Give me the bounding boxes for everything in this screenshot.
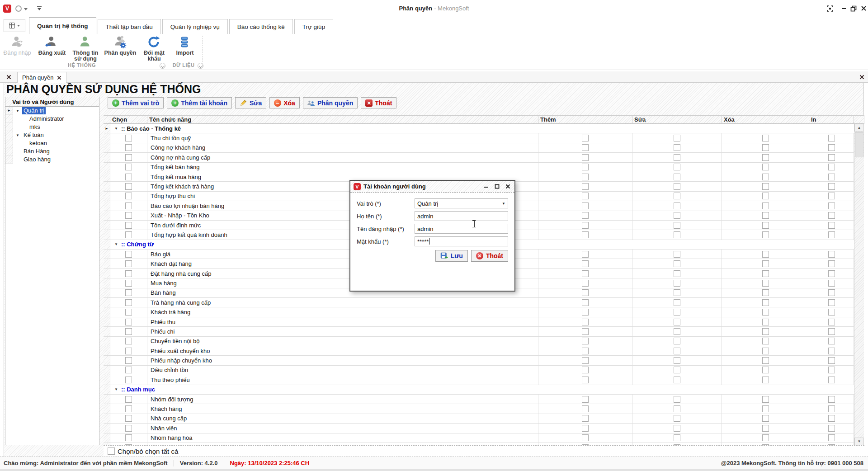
- delete-permission-checkbox[interactable]: [762, 135, 769, 141]
- delete-permission-checkbox[interactable]: [762, 348, 769, 354]
- function-row[interactable]: Tổng kết bán hàng: [104, 163, 854, 172]
- add-permission-checkbox[interactable]: [582, 154, 589, 161]
- ribbon-tab-trợ-giúp[interactable]: Trợ giúp: [294, 19, 333, 34]
- select-checkbox[interactable]: [125, 193, 132, 199]
- edit-permission-checkbox[interactable]: [674, 231, 680, 238]
- họ-tên-input[interactable]: admin: [415, 211, 508, 221]
- print-permission-checkbox[interactable]: [828, 425, 835, 432]
- select-checkbox[interactable]: [125, 357, 132, 364]
- print-permission-checkbox[interactable]: [828, 289, 835, 296]
- delete-permission-checkbox[interactable]: [762, 174, 769, 180]
- edit-permission-checkbox[interactable]: [674, 434, 680, 441]
- delete-permission-checkbox[interactable]: [762, 319, 769, 325]
- function-name-cell[interactable]: Điều chỉnh tồn: [147, 366, 538, 375]
- print-permission-checkbox[interactable]: [828, 174, 835, 180]
- add-permission-checkbox[interactable]: [582, 183, 589, 190]
- vertical-scrollbar[interactable]: ▲ ▼: [854, 124, 864, 445]
- dialog-minimize-icon[interactable]: [483, 184, 490, 190]
- select-checkbox[interactable]: [125, 405, 132, 412]
- delete-permission-checkbox[interactable]: [762, 280, 769, 287]
- delete-permission-checkbox[interactable]: [762, 183, 769, 190]
- column-header-in[interactable]: In: [809, 115, 854, 124]
- thoát-button[interactable]: ✕Thoát: [471, 250, 508, 262]
- add-permission-checkbox[interactable]: [582, 270, 589, 277]
- scroll-down-icon[interactable]: ▼: [854, 438, 864, 445]
- delete-permission-checkbox[interactable]: [762, 193, 769, 199]
- ribbon-button-import[interactable]: Import: [171, 36, 199, 62]
- tree-item-mks[interactable]: mks: [5, 123, 99, 131]
- print-permission-checkbox[interactable]: [828, 377, 835, 383]
- select-checkbox[interactable]: [125, 280, 132, 287]
- add-permission-checkbox[interactable]: [582, 328, 589, 335]
- mật-khẩu-input[interactable]: *****: [415, 236, 508, 246]
- ribbon-tab-báo-cáo-thống-kê[interactable]: Báo cáo thống kê: [229, 19, 293, 34]
- select-checkbox[interactable]: [125, 270, 132, 277]
- delete-permission-checkbox[interactable]: [762, 434, 769, 441]
- close-tab-icon[interactable]: [5, 73, 12, 80]
- edit-permission-checkbox[interactable]: [674, 280, 680, 287]
- select-checkbox[interactable]: [125, 319, 132, 325]
- edit-permission-checkbox[interactable]: [674, 415, 680, 422]
- add-permission-checkbox[interactable]: [582, 299, 589, 306]
- edit-permission-checkbox[interactable]: [674, 425, 680, 432]
- group-collapse-icon[interactable]: [160, 63, 165, 69]
- select-checkbox[interactable]: [125, 203, 132, 209]
- function-name-cell[interactable]: Thu theo phiếu: [147, 375, 538, 384]
- function-name-cell[interactable]: Thu chi tồn quỹ: [147, 133, 538, 142]
- thêm-vai-trò-button[interactable]: +Thêm vai trò: [108, 97, 164, 108]
- function-row[interactable]: Công nợ nhà cung cấp: [104, 153, 854, 162]
- dialog-close-icon[interactable]: [505, 184, 511, 190]
- xóa-button[interactable]: –Xóa: [269, 97, 300, 108]
- edit-permission-checkbox[interactable]: [674, 154, 680, 161]
- edit-permission-checkbox[interactable]: [674, 357, 680, 364]
- edit-permission-checkbox[interactable]: [674, 405, 680, 412]
- print-permission-checkbox[interactable]: [828, 415, 835, 422]
- select-checkbox[interactable]: [125, 183, 132, 190]
- dialog-maximize-icon[interactable]: [494, 184, 500, 190]
- add-permission-checkbox[interactable]: [582, 357, 589, 364]
- delete-permission-checkbox[interactable]: [762, 144, 769, 151]
- select-checkbox[interactable]: [125, 377, 132, 383]
- edit-permission-checkbox[interactable]: [674, 251, 680, 258]
- phân-quyền-button[interactable]: Phân quyền: [303, 97, 358, 108]
- column-header-tên-chức-năng[interactable]: Tên chức năng: [147, 115, 538, 124]
- edit-permission-checkbox[interactable]: [674, 270, 680, 277]
- add-permission-checkbox[interactable]: [582, 434, 589, 441]
- close-tab-icon[interactable]: [57, 75, 61, 80]
- tree-item-kế-toán[interactable]: ▼Kế toán: [5, 131, 99, 139]
- print-permission-checkbox[interactable]: [828, 135, 835, 141]
- function-row[interactable]: Phiếu thu: [104, 317, 854, 327]
- thêm-tài-khoản-button[interactable]: +Thêm tài khoản: [167, 97, 232, 108]
- edit-permission-checkbox[interactable]: [674, 222, 680, 229]
- function-name-cell[interactable]: Công nợ nhà cung cấp: [147, 153, 538, 162]
- function-row[interactable]: Chuyển tiền nội bộ: [104, 337, 854, 346]
- delete-permission-checkbox[interactable]: [762, 338, 769, 344]
- add-permission-checkbox[interactable]: [582, 231, 589, 238]
- delete-permission-checkbox[interactable]: [762, 231, 769, 238]
- group-collapse-icon[interactable]: [198, 63, 203, 69]
- select-checkbox[interactable]: [125, 135, 132, 141]
- edit-permission-checkbox[interactable]: [674, 396, 680, 403]
- add-permission-checkbox[interactable]: [582, 367, 589, 373]
- select-checkbox[interactable]: [125, 415, 132, 422]
- function-row[interactable]: Trả hàng nhà cung cấp: [104, 298, 854, 307]
- function-row[interactable]: Phiếu nhập chuyển kho: [104, 356, 854, 365]
- sửa-button[interactable]: Sửa: [235, 97, 266, 108]
- select-checkbox[interactable]: [125, 212, 132, 219]
- select-checkbox[interactable]: [125, 154, 132, 161]
- add-permission-checkbox[interactable]: [582, 135, 589, 141]
- function-group-row[interactable]: ►▼:: Báo cáo - Thống kê: [104, 124, 854, 133]
- delete-permission-checkbox[interactable]: [762, 377, 769, 383]
- print-permission-checkbox[interactable]: [828, 348, 835, 354]
- dialog-titlebar[interactable]: V Tài khoản người dùng: [350, 181, 514, 193]
- add-permission-checkbox[interactable]: [582, 164, 589, 170]
- delete-permission-checkbox[interactable]: [762, 154, 769, 161]
- select-checkbox[interactable]: [125, 425, 132, 432]
- print-permission-checkbox[interactable]: [828, 319, 835, 325]
- function-row[interactable]: Nhân viên: [104, 424, 854, 433]
- edit-permission-checkbox[interactable]: [674, 164, 680, 170]
- function-name-cell[interactable]: Nhà cung cấp: [147, 414, 538, 423]
- select-checkbox[interactable]: [125, 328, 132, 335]
- expand-collapse-icon[interactable]: ▼: [16, 109, 20, 113]
- delete-permission-checkbox[interactable]: [762, 425, 769, 432]
